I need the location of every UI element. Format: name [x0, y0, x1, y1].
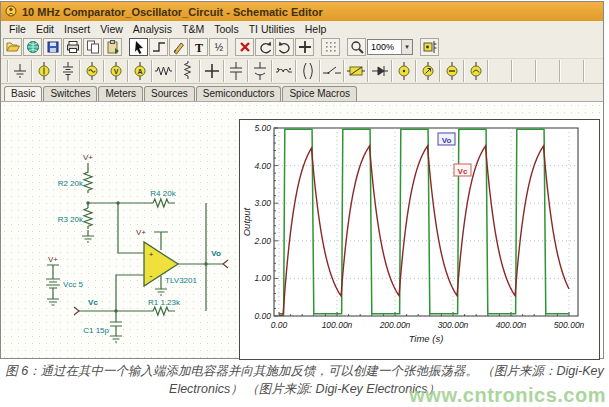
fraction-button[interactable]: ½	[209, 38, 228, 56]
component-resistor-vertical-button[interactable]	[176, 60, 200, 82]
component-ammeter-button[interactable]: A	[128, 60, 152, 82]
menu-item-view[interactable]: View	[95, 23, 128, 35]
title-bar[interactable]: 10 MHz Comparator_Oscillator_Circuit - S…	[1, 2, 603, 21]
menu-bar: FileEditInsertViewAnalysisT&MToolsTI Uti…	[1, 21, 603, 36]
schematic-editor-window: 10 MHz Comparator_Oscillator_Circuit - S…	[0, 1, 604, 359]
component-slot-empty	[488, 60, 512, 82]
chevron-down-icon[interactable]: ▼	[401, 40, 412, 54]
component-meter-3-button[interactable]	[440, 60, 464, 82]
menu-item-t-m[interactable]: T&M	[177, 23, 209, 35]
component-slot-empty	[584, 60, 603, 82]
tab-spice-macros[interactable]: Spice Macros	[282, 86, 357, 101]
print-button[interactable]	[63, 38, 82, 56]
paste-button[interactable]	[103, 38, 122, 56]
y-tick-label: 1.00	[254, 273, 271, 283]
component-node-cross-button[interactable]	[200, 60, 224, 82]
svg-text:T: T	[194, 41, 202, 55]
tab-semiconductors[interactable]: Semiconductors	[196, 86, 282, 101]
ground-opamp	[155, 289, 167, 295]
component-labels: R2 20k R3 20k R4 20k R1 1.23k C1 15p Vcc…	[58, 179, 221, 335]
y-tick-label: 2.00	[253, 236, 271, 246]
x-tick-label: 400.00n	[496, 320, 527, 330]
component-capacitor-button[interactable]	[224, 60, 248, 82]
x-axis-label: Time (s)	[409, 333, 444, 344]
vcc-label: Vcc 5	[63, 280, 84, 289]
component-voltage-source-button[interactable]	[32, 60, 56, 82]
wire-network	[46, 163, 223, 342]
component-meter-4-button[interactable]	[464, 60, 488, 82]
svg-text:A: A	[137, 68, 142, 75]
component-diode-button[interactable]	[368, 60, 392, 82]
component-voltage-generator-button[interactable]	[80, 60, 104, 82]
component-transformer-button[interactable]	[296, 60, 320, 82]
redo-button[interactable]	[275, 38, 294, 56]
zoom-button[interactable]	[347, 38, 366, 56]
menu-item-ti-utilities[interactable]: TI Utilities	[244, 23, 300, 35]
schematic-canvas[interactable]: + - V+ V+ V+ R2 20k R3 20k	[1, 101, 603, 358]
component-battery-button[interactable]	[56, 60, 80, 82]
x-tick-label: 500.00n	[554, 320, 585, 330]
copy-button[interactable]	[83, 38, 102, 56]
capacitor-c1	[110, 322, 122, 326]
chart-panel: 0.001.002.003.004.005.000.00100.00n200.0…	[239, 119, 600, 360]
component-meter-1-button[interactable]	[392, 60, 416, 82]
opamp-label: TLV3201	[165, 276, 197, 285]
opamp-plus-input-label: +	[149, 250, 154, 259]
x-tick-label: 100.00n	[322, 320, 353, 330]
legend-vo[interactable]: Vo	[438, 133, 455, 145]
vplus-labels: V+ V+ V+	[48, 153, 146, 264]
vplus-label-opamp: V+	[136, 228, 146, 237]
component-voltmeter-button[interactable]: V	[104, 60, 128, 82]
svg-text:V: V	[114, 68, 119, 75]
wire-button[interactable]	[149, 38, 168, 56]
undo-button[interactable]	[255, 38, 274, 56]
pen-button[interactable]	[169, 38, 188, 56]
tab-switches[interactable]: Switches	[43, 86, 97, 101]
screenshot-stage: 10 MHz Comparator_Oscillator_Circuit - S…	[0, 0, 609, 407]
open-button[interactable]	[3, 38, 22, 56]
menu-item-edit[interactable]: Edit	[31, 23, 59, 35]
acquire-button[interactable]	[23, 38, 42, 56]
schematic-drawing: + - V+ V+ V+ R2 20k R3 20k	[36, 146, 236, 356]
component-resistor-button[interactable]	[152, 60, 176, 82]
resistor-r3	[84, 208, 92, 229]
r2-label: R2 20k	[58, 179, 84, 188]
ground-r3	[82, 236, 94, 242]
menu-item-file[interactable]: File	[4, 23, 31, 35]
component-inductor-button[interactable]	[272, 60, 296, 82]
component-relay-button[interactable]	[344, 60, 368, 82]
tab-sources[interactable]: Sources	[144, 86, 195, 101]
component-meter-2-button[interactable]	[416, 60, 440, 82]
opamp-minus-input-label: -	[150, 271, 153, 281]
legend-vc[interactable]: Vc	[454, 164, 471, 176]
component-electrolytic-capacitor-button[interactable]	[248, 60, 272, 82]
interactive-button[interactable]	[420, 38, 439, 56]
move-button[interactable]	[295, 38, 314, 56]
x-tick-label: 0.00	[271, 320, 288, 330]
ground-c1	[110, 336, 122, 342]
text-button[interactable]: T	[189, 38, 208, 56]
tab-meters[interactable]: Meters	[98, 86, 143, 101]
component-slot-empty	[512, 60, 536, 82]
component-toolbar: VA	[1, 58, 603, 84]
component-switch-button[interactable]	[320, 60, 344, 82]
vo-node-label: Vo	[211, 249, 221, 258]
save-button[interactable]	[43, 38, 62, 56]
select-arrow-button[interactable]	[129, 38, 148, 56]
main-toolbar: T½100%▼	[1, 36, 603, 58]
c1-label: C1 15p	[83, 326, 109, 335]
x-tick-label: 300.00n	[438, 320, 469, 330]
window-title: 10 MHz Comparator_Oscillator_Circuit - S…	[22, 6, 323, 18]
menu-item-analysis[interactable]: Analysis	[128, 23, 177, 35]
menu-item-tools[interactable]: Tools	[209, 23, 244, 35]
menu-item-insert[interactable]: Insert	[59, 23, 95, 35]
zoom-level-select[interactable]: 100%▼	[367, 39, 413, 55]
watermark: www.cntronics.com	[409, 381, 606, 407]
component-ground-button[interactable]	[8, 60, 32, 82]
grid-button[interactable]	[321, 38, 340, 56]
menu-item-help[interactable]: Help	[300, 23, 332, 35]
delete-button[interactable]	[235, 38, 254, 56]
r3-label: R3 20k	[58, 215, 84, 224]
y-tick-label: 3.00	[254, 198, 271, 208]
tab-basic[interactable]: Basic	[4, 86, 42, 101]
